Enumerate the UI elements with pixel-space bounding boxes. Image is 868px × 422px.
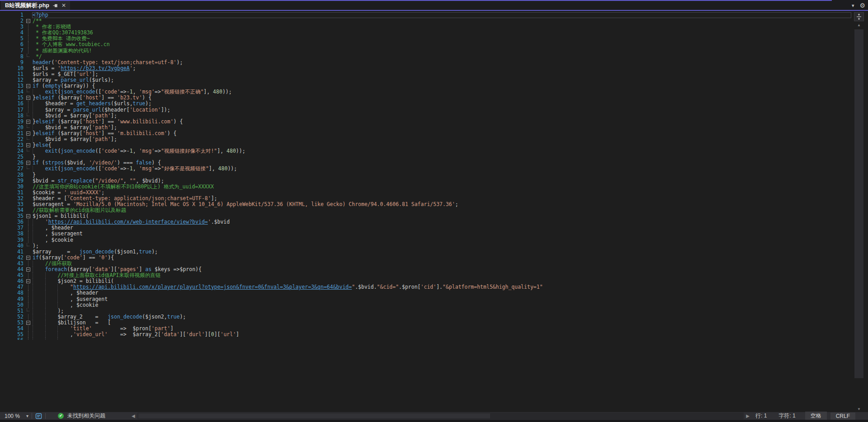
- code-line[interactable]: 11$urls = $_GET['url'];: [0, 71, 852, 77]
- fold-collapse-icon[interactable]: −: [24, 267, 33, 272]
- line-number: 29: [0, 178, 24, 184]
- status-eol-button[interactable]: CRLF: [830, 413, 855, 420]
- code-text: ,'video_url' => $array_2['data']['durl']…: [33, 332, 852, 338]
- fold-margin: [24, 66, 33, 71]
- code-line[interactable]: 17$array = parse_url($header['Location']…: [0, 107, 852, 113]
- fold-collapse-icon[interactable]: −: [24, 213, 33, 219]
- indent-guide: [57, 290, 70, 296]
- code-line[interactable]: 22$bvid = $array['path'];: [0, 136, 852, 142]
- indent-guide: [33, 166, 45, 172]
- fold-margin: [24, 12, 33, 18]
- indent-guide: [33, 308, 45, 314]
- code-line[interactable]: 56: [0, 338, 852, 340]
- vertical-scrollbar-thumb[interactable]: [854, 29, 863, 378]
- horizontal-scrollbar-thumb[interactable]: [138, 413, 490, 418]
- code-line[interactable]: 12$array = parse_url($urls);: [0, 77, 852, 83]
- code-line[interactable]: 3 * 作者:苏晓晴: [0, 24, 852, 30]
- code-text: $array_2 = json_decode($json2,true);: [33, 314, 852, 320]
- code-line[interactable]: 47"https://api.bilibili.com/x/player/pla…: [0, 284, 852, 290]
- tab-file[interactable]: B站视频解析.php ✕: [1, 1, 70, 10]
- fold-collapse-icon[interactable]: −: [24, 320, 33, 326]
- fold-collapse-icon[interactable]: −: [24, 142, 33, 148]
- indent-guide: [33, 314, 45, 320]
- code-line[interactable]: 52$array_2 = json_decode($json2,true);: [0, 314, 852, 320]
- horizontal-scrollbar[interactable]: ◀ ▶: [132, 413, 750, 419]
- code-line[interactable]: 50, $cookie: [0, 302, 852, 308]
- code-line[interactable]: 5 * 免费脚本 请勿收费~: [0, 36, 852, 42]
- fold-collapse-icon[interactable]: −: [24, 95, 33, 101]
- status-message[interactable]: 未找到相关问题: [67, 412, 105, 420]
- code-text: $array = parse_url($urls);: [33, 77, 852, 83]
- scroll-down-button[interactable]: ▼: [854, 407, 864, 411]
- code-line[interactable]: 37, $header: [0, 225, 852, 231]
- gear-icon[interactable]: ⚙: [859, 2, 865, 9]
- line-number: 19: [0, 119, 24, 125]
- indent-guide: [33, 272, 45, 278]
- code-line[interactable]: 4 * 作者QQ:3074193836: [0, 30, 852, 36]
- indent-guide: [45, 290, 58, 296]
- fold-collapse-icon[interactable]: −: [24, 119, 33, 125]
- code-line[interactable]: 10$urls = 'https://b23.tv/3ygbgeA';: [0, 66, 852, 71]
- code-text: <?php: [33, 12, 852, 18]
- code-line[interactable]: 21−}elseif ($array['host'] == 'm.bilibil…: [0, 131, 852, 136]
- code-line[interactable]: 2−/**: [0, 18, 852, 24]
- code-line[interactable]: 19−}elseif ($array['host'] == 'www.bilib…: [0, 119, 852, 125]
- status-spaces-button[interactable]: 空格: [805, 412, 827, 420]
- scroll-up-button[interactable]: ▲: [854, 23, 864, 27]
- zoom-level-select[interactable]: 100 % ▾: [5, 413, 28, 419]
- code-editor[interactable]: 1<?php2−/**3 * 作者:苏晓晴4 * 作者QQ:3074193836…: [0, 11, 868, 412]
- vertical-scrollbar-track[interactable]: [854, 29, 863, 404]
- fold-collapse-icon[interactable]: −: [24, 255, 33, 261]
- code-line[interactable]: 42−if($array['code'] == '0'){: [0, 255, 852, 261]
- code-line[interactable]: 6 * 个人博客 www.toubiec.cn: [0, 42, 852, 47]
- code-line[interactable]: 1<?php: [0, 12, 852, 18]
- vertical-scrollbar[interactable]: ▲ ▼: [854, 11, 864, 412]
- code-line[interactable]: 48, $header: [0, 290, 852, 296]
- code-text: , $useragent: [33, 231, 852, 237]
- fold-collapse-icon[interactable]: −: [24, 18, 33, 24]
- health-monitor-icon: [35, 413, 42, 419]
- code-line[interactable]: 39, $cookie: [0, 237, 852, 243]
- code-text: * 免费脚本 请勿收费~: [33, 36, 852, 42]
- hscroll-right-button[interactable]: ▶: [746, 413, 750, 418]
- code-line[interactable]: 7 * 感谢墨渊重构的代码!: [0, 48, 852, 54]
- code-text: * 作者:苏晓晴: [33, 24, 852, 30]
- code-line[interactable]: 45//对接上面获取cid值API来取得视频的直链: [0, 272, 852, 278]
- code-text: header('Content-type: text/json;charset=…: [33, 60, 852, 66]
- fold-margin: [24, 178, 33, 184]
- code-line[interactable]: 30//这里填写你的B站cookie(不填解析不到1080P以上) 格式为_uu…: [0, 184, 852, 190]
- fold-collapse-icon[interactable]: −: [24, 83, 33, 89]
- fold-collapse-icon[interactable]: −: [24, 131, 33, 136]
- fold-collapse-icon[interactable]: −: [24, 160, 33, 166]
- code-line[interactable]: 34//获取解析需要的cid值和图片以及标题: [0, 207, 852, 213]
- fold-guide-line: [24, 261, 33, 267]
- split-editor-handle[interactable]: [854, 12, 864, 21]
- close-icon[interactable]: ✕: [61, 3, 66, 8]
- fold-guide-line: [24, 148, 33, 154]
- code-line[interactable]: 49, $useragent: [0, 296, 852, 302]
- code-text: $urls = $_GET['url'];: [33, 71, 852, 77]
- indent-guide: [45, 296, 58, 302]
- tab-list-dropdown-icon[interactable]: ▾: [852, 3, 854, 9]
- code-line[interactable]: 55,'video_url' => $array_2['data']['durl…: [0, 332, 852, 338]
- code-text: exit(json_encode(['code'=>-1, 'msg'=>"视频…: [33, 148, 852, 154]
- fold-guide-line: [24, 89, 33, 95]
- code-text: $array = parse_url($header['Location']);: [33, 107, 852, 113]
- code-line[interactable]: 27exit(json_encode(['code'=>-1, 'msg'=>"…: [0, 166, 852, 172]
- code-line[interactable]: 38, $useragent: [0, 231, 852, 237]
- pin-icon[interactable]: [53, 3, 58, 8]
- code-line[interactable]: 41$array = json_decode($json1,true);: [0, 249, 852, 255]
- fold-margin: [24, 202, 33, 207]
- check-circle-icon: ✔: [58, 413, 64, 419]
- status-line-indicator: 行: 1: [750, 412, 773, 420]
- indent-guide: [57, 284, 70, 290]
- fold-collapse-icon[interactable]: −: [24, 278, 33, 284]
- horizontal-scrollbar-track[interactable]: [137, 413, 744, 419]
- fold-guide-line: [24, 290, 33, 296]
- code-line[interactable]: 33$useragent = 'Mozilla/5.0 (Macintosh; …: [0, 202, 852, 207]
- chevron-down-icon: ▾: [26, 413, 28, 418]
- health-monitor-button[interactable]: [35, 413, 42, 419]
- code-line[interactable]: 36'https://api.bilibili.com/x/web-interf…: [0, 219, 852, 225]
- code-line[interactable]: 24exit(json_encode(['code'=>-1, 'msg'=>"…: [0, 148, 852, 154]
- hscroll-left-button[interactable]: ◀: [132, 413, 135, 418]
